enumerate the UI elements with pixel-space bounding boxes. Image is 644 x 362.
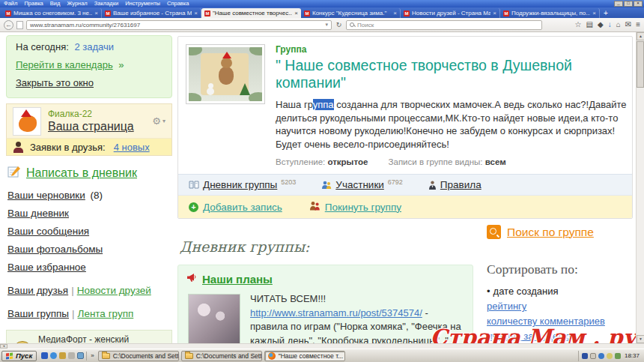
tab-close-icon[interactable]: × [194, 10, 198, 16]
search-bar[interactable] [346, 20, 542, 30]
quick-launch-icon[interactable] [77, 352, 84, 359]
leave-group-link[interactable]: Покинуть группу [325, 202, 401, 213]
group-image[interactable] [186, 44, 265, 104]
taskbar-overflow-chevron[interactable]: » [89, 352, 95, 359]
tasks-link[interactable]: 2 задачи [74, 41, 114, 52]
taskbar-button-label: C:\Documents and Settin... [113, 352, 179, 360]
menu-bookmarks[interactable]: Закладки [94, 0, 118, 7]
url-input[interactable] [30, 22, 323, 28]
scroll-up-button[interactable]: ▲ [637, 32, 644, 40]
menu-help[interactable]: Справка [167, 0, 189, 7]
sidebar-item-diary[interactable]: Ваш дневник [7, 208, 69, 219]
tray-icon[interactable] [615, 353, 621, 359]
bookmark-star-icon[interactable]: ☆ [575, 20, 582, 29]
taskbar-window-button[interactable]: C:\Documents and Settin... [181, 351, 262, 361]
description-text: Наша гр [276, 99, 313, 110]
sidebar-links: Ваши черновики (8) Ваш дневник Ваши сооб… [7, 190, 172, 319]
add-post-link[interactable]: Добавить запись [203, 202, 282, 213]
sidebar-item-groups-feed[interactable]: Лента групп [78, 308, 134, 319]
tab-group-rules[interactable]: Правила [428, 179, 482, 190]
user-avatar[interactable] [13, 107, 41, 136]
post-rules-link-1[interactable]: http://www.stranamam.ru/post/5374574/ [250, 307, 422, 319]
sidebar-item-groups[interactable]: Ваши группы [7, 308, 69, 319]
quick-launch-icon[interactable] [59, 352, 66, 359]
reload-button[interactable]: ↻ [335, 21, 343, 28]
visibility-value: всем [485, 157, 506, 166]
tab-2[interactable]: M Ваше избранное - Страна Мам × [102, 8, 201, 18]
tray-icon[interactable] [607, 353, 613, 359]
sidebar-item-friends[interactable]: Ваши друзья [7, 285, 68, 296]
post-author-avatar[interactable] [188, 294, 240, 343]
tab-1[interactable]: M Мишка со снеговиком. 3 не... × [2, 8, 102, 18]
shield-icon[interactable]: ◆ [598, 20, 604, 29]
calendar-link[interactable]: Перейти в календарь [16, 59, 113, 70]
taskbar-window-button-active[interactable]: "Наше совместное т... [264, 351, 345, 361]
downloads-icon[interactable]: ↓ [608, 20, 612, 29]
vertical-scrollbar[interactable]: ▲ ▼ [636, 32, 644, 343]
tab-group-diary[interactable]: Дневник группы 5203 [189, 179, 296, 190]
minimize-button[interactable]: _ [614, 1, 623, 7]
address-bar[interactable]: ▾ [26, 20, 332, 30]
sort-option-rating[interactable]: рейтингу [487, 301, 634, 312]
menu-edit[interactable]: Правка [24, 0, 43, 7]
menu-history[interactable]: Журнал [67, 0, 87, 7]
menu-file[interactable]: Файл [4, 0, 17, 7]
tab-label[interactable]: Участники [335, 179, 384, 190]
url-dropdown-icon[interactable]: ▾ [325, 22, 328, 28]
quick-launch-icon[interactable] [68, 352, 75, 359]
search-input[interactable] [357, 22, 538, 28]
menu-tools[interactable]: Инструменты [125, 0, 160, 7]
start-button[interactable]: Пуск [1, 351, 37, 361]
search-group-link[interactable]: Поиск по группе [507, 226, 594, 239]
messages-icon[interactable]: ✉ [625, 20, 631, 29]
library-icon[interactable]: ▤ [586, 20, 593, 29]
sidebar-item-favorites[interactable]: Ваше избранное [7, 262, 86, 273]
scrollbar-thumb[interactable] [637, 41, 644, 88]
post-title-link[interactable]: Наши планы [202, 273, 273, 286]
sidebar-item-messages[interactable]: Ваши сообщения [7, 226, 89, 237]
close-window-link[interactable]: Закрыть это окно [16, 77, 94, 88]
write-diary-link[interactable]: Написать в дневник [26, 166, 137, 180]
settings-control[interactable]: ⚙ ▾ [152, 115, 165, 127]
tab-6[interactable]: M Подружки-вязальщицы, по... × [500, 8, 600, 18]
hamburger-menu-icon[interactable]: ≡ [636, 20, 640, 29]
tray-icon[interactable] [582, 353, 588, 359]
tab-close-icon[interactable]: × [592, 10, 596, 16]
sidebar-item-friends-news[interactable]: Новости друзей [77, 285, 151, 296]
tab-close-icon[interactable]: × [94, 10, 98, 16]
tab-close-icon[interactable]: × [294, 10, 298, 16]
tab-close-icon[interactable]: × [393, 10, 397, 16]
post-title-row: Наши планы [186, 272, 464, 286]
highlighted-text: уппа [313, 99, 334, 110]
tab-label[interactable]: Правила [440, 179, 482, 190]
sidebar-item-drafts[interactable]: Ваши черновики [7, 190, 85, 201]
person-suit-icon [428, 181, 437, 190]
maximize-button[interactable]: □ [624, 1, 633, 7]
menu-view[interactable]: Вид [50, 0, 61, 7]
quick-launch-icon[interactable] [41, 352, 48, 359]
tab-close-icon[interactable]: × [493, 10, 496, 16]
tab-group-members[interactable]: Участники 6792 [321, 179, 403, 190]
new-tab-button[interactable]: + [604, 9, 608, 17]
add-post-action[interactable]: + Добавить запись [189, 202, 282, 213]
tab-5[interactable]: M Новости друзей - Страна Мам × [401, 8, 500, 18]
tab-label: Ваше избранное - Страна Мам [113, 10, 192, 16]
back-button[interactable]: ← [4, 20, 13, 30]
home-icon[interactable]: ⌂ [616, 20, 621, 29]
toolbar-icons: ☆ ▤ ◆ ↓ ⌂ ✉ ≡ [575, 20, 640, 29]
taskbar-window-button[interactable]: C:\Documents and Settin... [98, 351, 179, 361]
new-requests-link[interactable]: 4 новых [114, 142, 150, 153]
tray-icon[interactable] [598, 353, 604, 359]
sidebar-item-photoalbums[interactable]: Ваши фотоальбомы [7, 244, 103, 255]
group-search-row[interactable]: Поиск по группе [487, 225, 634, 239]
tab-label[interactable]: Дневник группы [203, 179, 277, 190]
leave-group-action[interactable]: Покинуть группу [309, 201, 401, 213]
tab-4[interactable]: M Конкурс "Кудесница зима." × [301, 8, 401, 18]
tray-icon[interactable] [590, 353, 596, 359]
your-page-link[interactable]: Ваша страница [48, 120, 145, 133]
close-button[interactable]: × [634, 1, 643, 7]
horizontal-scrollbar[interactable]: ◄ [0, 343, 644, 349]
quick-launch-icon[interactable] [50, 352, 57, 359]
scroll-down-button[interactable]: ▼ [637, 335, 644, 343]
tab-3-active[interactable]: M "Наше совместное творчес... × [201, 8, 301, 18]
